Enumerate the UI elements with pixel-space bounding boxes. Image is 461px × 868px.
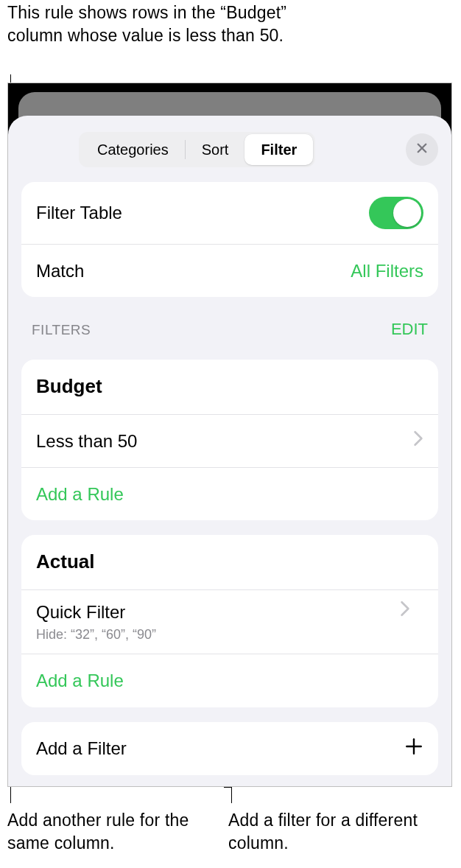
filter-settings-card: Filter Table Match All Filters (21, 182, 438, 297)
actual-rule-row[interactable]: Quick Filter Hide: “32”, “60”, “90” (21, 589, 438, 654)
tab-sort-label: Sort (202, 140, 229, 159)
filter-group-actual: Actual Quick Filter Hide: “32”, “60”, “9… (21, 535, 438, 707)
filters-section-title: FILTERS (32, 321, 91, 340)
actual-add-rule-label: Add a Rule (36, 669, 124, 692)
plus-icon (404, 737, 423, 760)
tab-categories[interactable]: Categories (81, 134, 185, 165)
actual-add-rule-row[interactable]: Add a Rule (21, 654, 438, 707)
segmented-control: Categories Sort Filter (79, 132, 315, 167)
tab-filter-label: Filter (261, 140, 297, 159)
callout-bottom-left: Add another rule for the same column. (7, 809, 214, 855)
tab-filter[interactable]: Filter (244, 134, 313, 165)
match-label: Match (36, 259, 84, 282)
filter-group-budget-title: Budget (36, 374, 102, 399)
filters-section-header: FILTERS EDIT (8, 297, 451, 345)
filter-group-budget-header: Budget (21, 360, 438, 414)
chevron-right-icon (413, 430, 423, 451)
filter-group-actual-title: Actual (36, 550, 94, 575)
callout-br-tick (224, 787, 231, 788)
toggle-knob (393, 199, 421, 227)
actual-rule-label: Quick Filter (36, 601, 125, 623)
filter-table-row: Filter Table (21, 182, 438, 244)
filter-table-label: Filter Table (36, 201, 122, 224)
close-button[interactable] (406, 133, 438, 166)
filter-group-actual-header: Actual (21, 535, 438, 589)
tab-categories-label: Categories (97, 140, 169, 159)
budget-rule-label: Less than 50 (36, 430, 137, 452)
callout-top: This rule shows rows in the “Budget” col… (7, 1, 324, 47)
budget-rule-row[interactable]: Less than 50 (21, 414, 438, 467)
callout-br-leader (231, 787, 232, 803)
close-icon (415, 139, 429, 159)
add-filter-card: Add a Filter (21, 722, 438, 775)
actual-rule-sublabel: Hide: “32”, “60”, “90” (36, 626, 156, 643)
filters-edit-button[interactable]: EDIT (391, 319, 428, 340)
filter-group-budget: Budget Less than 50 Add a Rule (21, 360, 438, 520)
match-row[interactable]: Match All Filters (21, 244, 438, 297)
filter-table-toggle[interactable] (369, 197, 423, 229)
match-value: All Filters (351, 259, 423, 282)
callout-bottom-left-text: Add another rule for the same column. (7, 811, 189, 853)
budget-add-rule-label: Add a Rule (36, 483, 124, 505)
filter-sheet: Categories Sort Filter (8, 116, 451, 786)
device-frame: Categories Sort Filter (7, 83, 452, 787)
sheet-header: Categories Sort Filter (8, 132, 451, 167)
add-filter-row[interactable]: Add a Filter (21, 722, 438, 775)
callout-top-text: This rule shows rows in the “Budget” col… (7, 3, 286, 45)
tab-sort[interactable]: Sort (186, 134, 245, 165)
chevron-right-icon (400, 601, 410, 621)
callout-bottom-right: Add a filter for a different column. (228, 809, 449, 855)
budget-add-rule-row[interactable]: Add a Rule (21, 467, 438, 520)
add-filter-label: Add a Filter (36, 737, 127, 760)
callout-bottom-right-text: Add a filter for a different column. (228, 811, 418, 853)
